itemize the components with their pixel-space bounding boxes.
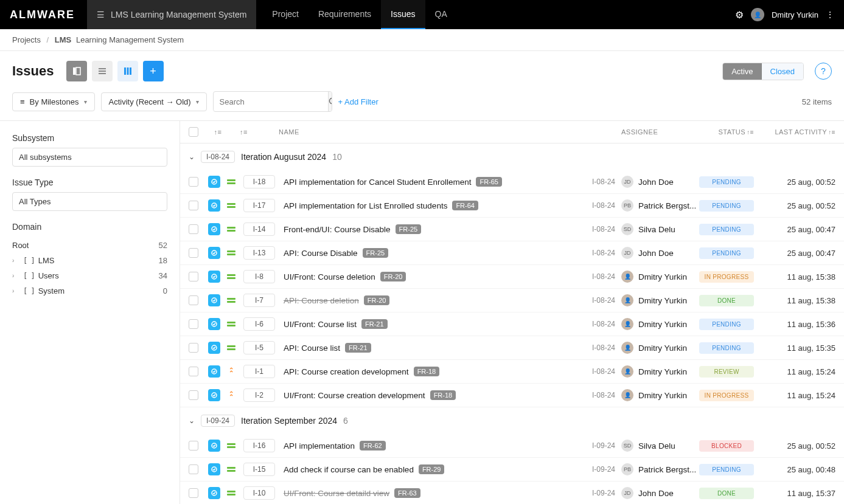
settings-icon[interactable]: ⚙ bbox=[735, 9, 744, 21]
row-checkbox[interactable] bbox=[189, 441, 198, 450]
row-checkbox[interactable] bbox=[189, 367, 198, 376]
issue-id[interactable]: I-17 bbox=[243, 199, 275, 212]
status-badge[interactable]: IN PROGRESS bbox=[699, 390, 754, 401]
requirement-tag[interactable]: FR-29 bbox=[419, 464, 445, 474]
add-filter-link[interactable]: + Add Filter bbox=[338, 97, 378, 106]
add-issue-button[interactable]: + bbox=[143, 61, 164, 81]
issue-row[interactable]: ⌃⌃I-2UI/Front: Course creation developme… bbox=[180, 384, 844, 407]
assignee-cell[interactable]: 👤Dmitry Yurkin bbox=[621, 365, 699, 378]
col-assignee[interactable]: ASSIGNEE bbox=[621, 128, 699, 136]
issue-id[interactable]: I-2 bbox=[243, 388, 275, 402]
issue-id[interactable]: I-15 bbox=[243, 463, 275, 476]
issue-row[interactable]: ⌃⌃I-1API: Course creation development FR… bbox=[180, 360, 844, 384]
breadcrumb-root[interactable]: Projects bbox=[12, 35, 41, 44]
assignee-cell[interactable]: JDJohn Doe bbox=[621, 487, 699, 499]
issue-name-cell[interactable]: API: Course Disable FR-25 bbox=[284, 248, 587, 258]
status-badge[interactable]: PENDING bbox=[699, 224, 754, 235]
issue-id[interactable]: I-18 bbox=[243, 175, 275, 188]
group-header[interactable]: ⌄I-08-24Iteration Augusut 202410 bbox=[180, 143, 844, 170]
user-avatar[interactable]: 👤 bbox=[751, 8, 764, 21]
assignee-cell[interactable]: 👤Dmitry Yurkin bbox=[621, 294, 699, 306]
issue-name-cell[interactable]: Front-end/UI: Course Disable FR-25 bbox=[284, 224, 587, 234]
segment-active[interactable]: Active bbox=[723, 63, 761, 80]
issue-id[interactable]: I-7 bbox=[243, 294, 275, 307]
group-by-filter[interactable]: ≡ By Milestones ▾ bbox=[12, 92, 95, 111]
requirement-tag[interactable]: FR-25 bbox=[396, 224, 422, 234]
status-badge[interactable]: BLOCKED bbox=[699, 440, 754, 452]
col-id-sort[interactable]: ↑≡ bbox=[240, 128, 279, 136]
status-badge[interactable]: PENDING bbox=[699, 319, 754, 330]
row-checkbox[interactable] bbox=[189, 248, 198, 258]
requirement-tag[interactable]: FR-20 bbox=[364, 295, 390, 305]
nav-tab-project[interactable]: Project bbox=[262, 0, 309, 29]
row-checkbox[interactable] bbox=[189, 319, 198, 329]
status-badge[interactable]: PENDING bbox=[699, 176, 754, 188]
group-header[interactable]: ⌄I-09-24Iteration September 20246 bbox=[180, 407, 844, 434]
row-checkbox[interactable] bbox=[189, 488, 198, 498]
issue-name-cell[interactable]: UI/Front: Course detaild view FR-63 bbox=[284, 488, 587, 498]
requirement-tag[interactable]: FR-63 bbox=[394, 488, 420, 498]
status-badge[interactable]: PENDING bbox=[699, 342, 754, 354]
select-all-checkbox[interactable] bbox=[189, 127, 198, 137]
assignee-cell[interactable]: JDJohn Doe bbox=[621, 247, 699, 259]
issue-name-cell[interactable]: API implementation FR-62 bbox=[284, 441, 587, 450]
issue-id[interactable]: I-8 bbox=[243, 270, 275, 283]
search-input[interactable] bbox=[214, 93, 328, 111]
breadcrumb-label[interactable]: LMS bbox=[55, 35, 71, 44]
status-badge[interactable]: IN PROGRESS bbox=[699, 271, 754, 283]
issue-name-cell[interactable]: API implementation for Cancel Student En… bbox=[284, 177, 587, 187]
status-badge[interactable]: PENDING bbox=[699, 247, 754, 259]
issue-id[interactable]: I-1 bbox=[243, 365, 275, 378]
assignee-cell[interactable]: 👤Dmitry Yurkin bbox=[621, 318, 699, 330]
requirement-tag[interactable]: FR-18 bbox=[414, 367, 440, 376]
issue-row[interactable]: I-5API: Course list FR-21I-08-24👤Dmitry … bbox=[180, 336, 844, 360]
issue-row[interactable]: I-6UI/Front: Course list FR-21I-08-24👤Dm… bbox=[180, 312, 844, 336]
sort-filter[interactable]: Activity (Recent → Old) ▾ bbox=[101, 92, 207, 111]
issue-id[interactable]: I-14 bbox=[243, 223, 275, 236]
tree-item-lms[interactable]: ›[ ]LMS18 bbox=[12, 253, 167, 268]
tree-item-users[interactable]: ›[ ]Users34 bbox=[12, 268, 167, 283]
assignee-cell[interactable]: PBPatrick Bergst... bbox=[621, 199, 699, 212]
nav-tab-requirements[interactable]: Requirements bbox=[309, 0, 381, 29]
subsystem-select[interactable]: All subsystems bbox=[12, 148, 167, 167]
assignee-cell[interactable]: JDJohn Doe bbox=[621, 176, 699, 188]
issue-name-cell[interactable]: UI/Front: Course list FR-21 bbox=[284, 319, 587, 329]
row-checkbox[interactable] bbox=[189, 464, 198, 474]
project-selector[interactable]: ☰ LMS Learning Management System bbox=[87, 0, 256, 29]
requirement-tag[interactable]: FR-21 bbox=[345, 343, 371, 353]
assignee-cell[interactable]: 👤Dmitry Yurkin bbox=[621, 271, 699, 283]
assignee-cell[interactable]: 👤Dmitry Yurkin bbox=[621, 342, 699, 354]
requirement-tag[interactable]: FR-64 bbox=[452, 201, 478, 210]
requirement-tag[interactable]: FR-21 bbox=[361, 319, 388, 329]
segment-closed[interactable]: Closed bbox=[762, 63, 803, 80]
issue-id[interactable]: I-13 bbox=[243, 246, 275, 260]
assignee-cell[interactable]: 👤Dmitry Yurkin bbox=[621, 389, 699, 401]
issue-row[interactable]: I-16API implementation FR-62I-09-24SDSil… bbox=[180, 434, 844, 458]
issue-type-select[interactable]: All Types bbox=[12, 192, 167, 211]
col-status[interactable]: STATUS↑≡ bbox=[699, 128, 760, 136]
row-checkbox[interactable] bbox=[189, 390, 198, 400]
issue-row[interactable]: I-15Add check if course can be enabled F… bbox=[180, 458, 844, 482]
assignee-cell[interactable]: PBPatrick Bergst... bbox=[621, 463, 699, 475]
issue-name-cell[interactable]: Add check if course can be enabled FR-29 bbox=[284, 464, 587, 474]
view-board-button[interactable] bbox=[117, 61, 138, 81]
col-type-sort[interactable]: ↑≡ bbox=[208, 128, 228, 136]
issue-name-cell[interactable]: UI/Front: Course creation development FR… bbox=[284, 390, 587, 400]
requirement-tag[interactable]: FR-62 bbox=[360, 441, 386, 450]
issue-name-cell[interactable]: UI/Front: Course deletion FR-20 bbox=[284, 272, 587, 281]
issue-id[interactable]: I-10 bbox=[243, 486, 275, 500]
issue-name-cell[interactable]: API: Course creation development FR-18 bbox=[284, 367, 587, 376]
issue-row[interactable]: I-10UI/Front: Course detaild view FR-63I… bbox=[180, 482, 844, 504]
tree-item-system[interactable]: ›[ ]System0 bbox=[12, 283, 167, 299]
col-name[interactable]: NAME bbox=[279, 128, 587, 136]
col-activity[interactable]: LAST ACTIVITY↑≡ bbox=[760, 128, 835, 136]
row-checkbox[interactable] bbox=[189, 201, 198, 210]
issue-row[interactable]: I-18API implementation for Cancel Studen… bbox=[180, 170, 844, 194]
row-checkbox[interactable] bbox=[189, 177, 198, 187]
issue-name-cell[interactable]: API: Course deletion FR-20 bbox=[284, 295, 587, 305]
issue-name-cell[interactable]: API implementation for List Enrolled stu… bbox=[284, 201, 587, 210]
issue-id[interactable]: I-6 bbox=[243, 317, 275, 331]
tree-item-root[interactable]: Root52 bbox=[12, 238, 167, 253]
issue-name-cell[interactable]: API: Course list FR-21 bbox=[284, 343, 587, 353]
row-checkbox[interactable] bbox=[189, 295, 198, 305]
